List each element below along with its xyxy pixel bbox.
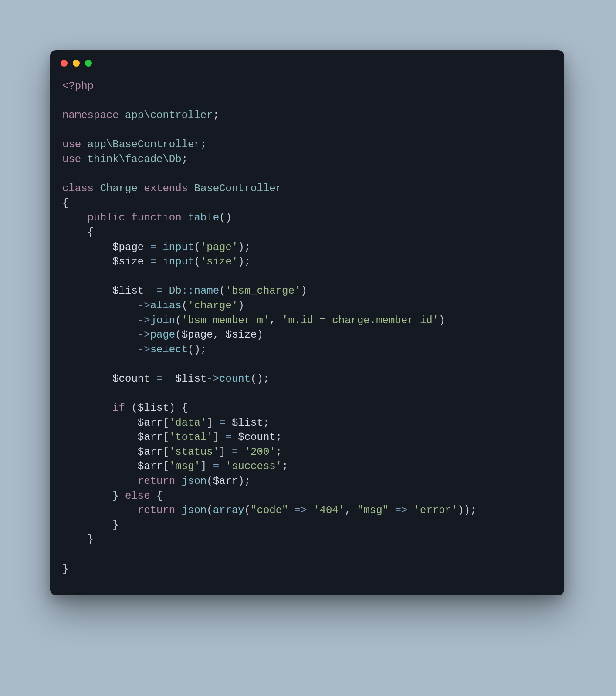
str-bsm-charge: 'bsm_charge' [226, 285, 301, 297]
str-total: 'total' [169, 431, 213, 443]
method-name: table [188, 212, 219, 223]
var-page: $page [112, 241, 144, 253]
fn-name: name [194, 285, 219, 297]
str-bsm-member: 'bsm_member m' [182, 314, 270, 326]
var-list-ref: $list [175, 373, 206, 385]
var-size: $size [112, 256, 144, 267]
str-msg: 'msg' [169, 460, 200, 472]
php-open-tag: <?php [62, 80, 94, 92]
close-icon[interactable] [61, 60, 68, 67]
str-error: 'error' [414, 504, 458, 516]
fn-select: select [150, 344, 188, 355]
var-arr-ret: $arr [213, 475, 238, 487]
var-size-arg: $size [225, 329, 257, 341]
fn-count: count [219, 373, 250, 385]
str-join-cond: 'm.id = charge.member_id' [282, 314, 439, 326]
fn-json: json [182, 475, 207, 487]
var-page-arg: $page [182, 329, 213, 341]
keyword-namespace: namespace [62, 109, 119, 121]
code-window: <?php namespace app\controller; use app\… [50, 50, 564, 595]
keyword-use: use [62, 153, 81, 165]
str-status: 'status' [169, 446, 219, 458]
str-charge: 'charge' [188, 300, 238, 311]
str-msg-dq: "msg" [357, 504, 389, 516]
keyword-function: function [131, 212, 181, 223]
fn-input: input [162, 241, 194, 253]
var-arr: $arr [138, 417, 163, 429]
keyword-else: else [125, 490, 150, 502]
keyword-if: if [112, 402, 125, 414]
fn-json: json [182, 504, 207, 516]
keyword-return: return [138, 504, 175, 516]
str-data: 'data' [169, 417, 206, 429]
keyword-public: public [88, 212, 125, 223]
var-arr: $arr [138, 446, 163, 458]
fn-input: input [162, 256, 194, 267]
use-path-2: think\facade\Db [88, 153, 182, 165]
var-list-cond: $list [138, 402, 169, 414]
var-arr: $arr [138, 431, 163, 443]
var-count: $count [112, 373, 150, 385]
str-success: 'success' [225, 460, 282, 472]
var-list-assign: $list [232, 417, 263, 429]
keyword-return: return [138, 475, 175, 487]
namespace-path: app\controller [125, 109, 213, 121]
fn-alias: alias [150, 300, 182, 311]
base-class: BaseController [194, 182, 282, 194]
use-path-1: app\BaseController [88, 139, 200, 150]
str-404: '404' [313, 504, 345, 516]
code-block: <?php namespace app\controller; use app\… [50, 76, 564, 576]
minimize-icon[interactable] [73, 60, 80, 67]
fn-join: join [150, 314, 176, 326]
window-titlebar [50, 50, 564, 76]
var-count-assign: $count [238, 431, 275, 443]
keyword-class: class [62, 182, 94, 194]
class-name: Charge [100, 182, 137, 194]
str-code: "code" [250, 504, 288, 516]
keyword-extends: extends [144, 182, 188, 194]
str-page: 'page' [200, 241, 238, 253]
maximize-icon[interactable] [85, 60, 92, 67]
class-db: Db [169, 285, 182, 297]
str-200: '200' [244, 446, 276, 458]
str-size: 'size' [200, 256, 238, 267]
fn-array: array [213, 504, 244, 516]
fn-page: page [150, 329, 176, 341]
keyword-use: use [62, 139, 81, 150]
var-arr: $arr [138, 460, 163, 472]
var-list: $list [112, 285, 144, 297]
